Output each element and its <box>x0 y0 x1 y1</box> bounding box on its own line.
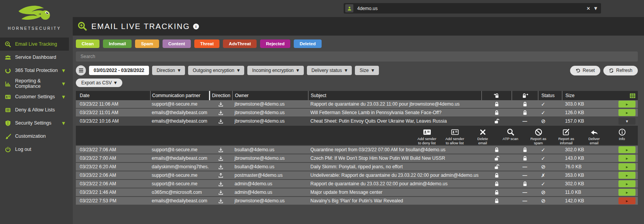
sidebar-item-customization[interactable]: Customization <box>0 130 69 143</box>
account-name: 4demo.us <box>357 6 378 11</box>
sidebar-item-log-out[interactable]: Log out <box>0 143 69 156</box>
bar-chart-icon <box>5 80 11 87</box>
cell-subject: Cheat Sheet: Putin Envoy Quits Over Ukra… <box>308 117 481 125</box>
category-chip[interactable]: Clean <box>76 39 99 48</box>
incoming-arrow-icon <box>218 118 224 124</box>
power-icon <box>5 146 11 153</box>
header-status[interactable]: Status <box>538 91 562 100</box>
category-chip[interactable]: Deleted <box>294 39 322 48</box>
filter-toolbar: 03/01/2022 - 03/28/2022 Direction ▼ Outg… <box>76 65 638 75</box>
info-icon[interactable]: i <box>193 24 199 29</box>
action-deliver-email[interactable]: Deliveremail <box>582 128 606 145</box>
view-options-button[interactable] <box>76 65 86 75</box>
reset-button[interactable]: Reset <box>570 66 600 75</box>
header-incoming-encryption-icon[interactable] <box>512 91 538 100</box>
sidebar-item-security-settings[interactable]: Security Settings ▼ <box>0 116 69 130</box>
chevron-down-icon[interactable]: ▼ <box>594 6 601 10</box>
lock-closed-icon <box>522 101 528 107</box>
table-row[interactable]: 03/23/22 11:06 AM support@it-secure.me j… <box>76 100 638 109</box>
incoming-arrow-icon <box>218 198 224 204</box>
filter-dropdown[interactable]: Outgoing encryption ▼ <box>188 66 244 75</box>
category-chip[interactable]: Rejected <box>260 39 290 48</box>
contact-card-filled-icon <box>423 128 431 136</box>
filter-dropdown[interactable]: Direction ▼ <box>152 66 185 75</box>
action-atp-scan[interactable]: ATP scan <box>498 128 522 145</box>
sidebar-item-service-dashboard[interactable]: Service Dashboard <box>0 51 69 64</box>
category-chip[interactable]: Spam <box>135 39 159 48</box>
header-date[interactable]: Date <box>76 91 150 100</box>
category-chip[interactable]: Content <box>163 39 191 48</box>
sidebar-item-customer-settings[interactable]: Customer Settings ▼ <box>0 90 69 103</box>
lock-arrow-in-icon <box>522 93 528 99</box>
refresh-button[interactable]: Refresh <box>603 66 638 75</box>
category-chip[interactable]: Infomail <box>103 39 132 48</box>
table-row[interactable]: 03/23/22 7:00 AM emails@thedailybeast.co… <box>76 154 638 163</box>
filter-dropdown[interactable]: Size ▼ <box>355 66 379 75</box>
action-info[interactable]: Info <box>610 128 634 145</box>
row-expand-button[interactable] <box>618 101 635 108</box>
column-settings-icon[interactable] <box>616 91 638 100</box>
cell-size: 353.0 KB <box>562 171 616 180</box>
sidebar-item-deny-allow-lists[interactable]: Deny & Allow Lists <box>0 103 69 116</box>
table-row[interactable]: 03/23/22 10:16 AM emails@thedailybeast.c… <box>76 117 638 126</box>
cell-subject: Will Fetterman Silence Lamb in Pennsylva… <box>308 108 481 117</box>
cell-date: 03/23/22 11:01 AM <box>76 108 150 117</box>
block-icon <box>534 128 543 136</box>
filter-dropdown-label: Size <box>360 68 368 73</box>
close-icon[interactable]: ✕ <box>582 6 594 11</box>
outgoing-encryption-icon: — <box>481 154 512 162</box>
table-row[interactable]: 03/23/22 7:06 AM support@it-secure.me bs… <box>76 146 638 154</box>
category-chip[interactable]: Threat <box>194 39 219 48</box>
search-input[interactable] <box>76 51 638 62</box>
sidebar-item-email-live-tracking[interactable]: Email Live Tracking <box>0 38 69 51</box>
table-row[interactable]: 03/23/22 11:01 AM emails@thedailybeast.c… <box>76 109 638 117</box>
header-size[interactable]: Size <box>562 91 616 100</box>
lock-open-icon <box>494 164 500 170</box>
row-expand-button[interactable] <box>618 146 635 153</box>
sidebar-item-365-total-protection[interactable]: 365 Total Protection ▼ <box>0 64 69 77</box>
paintbrush-icon <box>5 133 11 140</box>
row-expand-button[interactable] <box>618 118 635 125</box>
filter-dropdown[interactable]: Delivery status ▼ <box>307 66 352 75</box>
header-partner[interactable]: Communication partner <box>150 91 209 100</box>
chevron-down-icon: ▼ <box>296 68 299 72</box>
cell-owner: bsullan@4demo.us <box>232 145 308 154</box>
cell-size: 11.0 KB <box>562 188 616 197</box>
table-row[interactable]: 03/22/22 7:53 PM emails@thedailybeast.co… <box>76 197 638 205</box>
row-expand-button[interactable] <box>618 155 635 162</box>
date-range-button[interactable]: 03/01/2022 - 03/28/2022 <box>89 66 149 75</box>
cell-size: 142.0 KB <box>562 197 616 205</box>
action-report-as-infomail[interactable]: Report asinfomail <box>554 128 578 145</box>
action-delete-email[interactable]: Deleteemail <box>471 128 495 145</box>
table-row[interactable]: 03/23/22 1:46 AM o365mc@microsoft.com ad… <box>76 188 638 197</box>
account-scope-selector[interactable]: 4demo.us ✕ ▼ <box>344 3 601 14</box>
category-chip[interactable]: AdvThreat <box>223 39 257 48</box>
table-row[interactable]: 03/23/22 2:06 AM support@it-secure.me po… <box>76 171 638 180</box>
table-row[interactable]: 03/23/22 2:06 AM support@it-secure.me ad… <box>76 180 638 188</box>
action-report-as-spam[interactable]: Report asspam <box>526 128 550 145</box>
header-subject[interactable]: Subject <box>308 91 481 100</box>
incoming-arrow-icon <box>218 110 224 116</box>
row-expand-button[interactable] <box>618 109 635 116</box>
row-expand-button[interactable] <box>618 180 635 187</box>
outgoing-encryption-icon: — <box>481 145 512 154</box>
row-expand-button[interactable] <box>618 197 635 204</box>
sidebar-item-label: Log out <box>15 147 31 152</box>
row-expand-button[interactable] <box>618 163 635 170</box>
header-outgoing-encryption-icon[interactable] <box>481 91 512 100</box>
row-expand-button[interactable] <box>618 189 635 196</box>
header-owner[interactable]: Owner <box>232 91 308 100</box>
table-row[interactable]: 03/23/22 6:20 AM dailyskimm@morning7thes… <box>76 163 638 171</box>
sidebar-item-label: Service Dashboard <box>15 55 56 60</box>
filter-dropdown-label: Direction <box>157 68 175 73</box>
row-expand-button[interactable] <box>618 172 635 179</box>
sidebar-item-label: Security Settings <box>15 120 51 126</box>
cell-size: 303.0 KB <box>562 100 616 108</box>
action-add-sender-allow-list[interactable]: Add senderto allow list <box>443 128 467 145</box>
header-direction[interactable]: Direction <box>209 91 232 100</box>
sidebar-item-reporting-compliance[interactable]: Reporting & Compliance ▼ <box>0 77 69 90</box>
export-csv-button[interactable]: Export as CSV▼ <box>76 79 122 87</box>
filter-dropdown[interactable]: Incoming encryption ▼ <box>247 66 303 75</box>
outgoing-encryption-icon: — <box>481 108 512 117</box>
action-add-sender-deny-list[interactable]: Add senderto deny list <box>415 128 439 145</box>
